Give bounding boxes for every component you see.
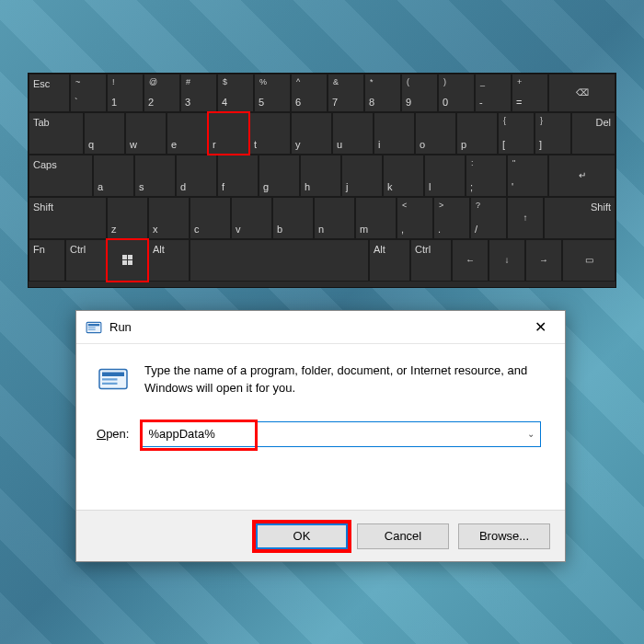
key-h[interactable]: h — [300, 155, 341, 197]
key-3[interactable]: #3 — [180, 74, 217, 112]
key-equals[interactable]: += — [512, 74, 548, 112]
key-left-shift[interactable]: Shift — [29, 197, 107, 239]
dialog-description: Type the name of a program, folder, docu… — [144, 362, 541, 397]
combo-dropdown-button[interactable]: ⌄ — [523, 422, 540, 446]
key-9[interactable]: (9 — [401, 74, 438, 112]
cancel-button-label: Cancel — [385, 529, 421, 543]
key-v[interactable]: v — [231, 197, 272, 239]
key-a[interactable]: a — [93, 155, 134, 197]
open-input[interactable] — [143, 427, 522, 441]
close-button[interactable]: ✕ — [519, 311, 561, 343]
key-arrow-left[interactable]: ← — [452, 239, 489, 282]
svg-rect-2 — [88, 327, 96, 328]
key-left-alt[interactable]: Alt — [148, 239, 190, 282]
windows-icon — [122, 255, 132, 265]
key-right-shift[interactable]: Shift — [544, 197, 615, 239]
open-combobox[interactable]: ⌄ — [142, 421, 541, 447]
svg-rect-5 — [102, 373, 124, 377]
key-menu[interactable]: ▭ — [562, 239, 615, 282]
chevron-down-icon: ⌄ — [527, 429, 535, 439]
svg-rect-7 — [102, 383, 118, 385]
key-g[interactable]: g — [259, 155, 300, 197]
key-right-alt[interactable]: Alt — [369, 239, 410, 282]
key-5[interactable]: %5 — [254, 74, 291, 112]
enter-icon: ↵ — [579, 170, 586, 180]
key-arrow-up[interactable]: ↑ — [507, 197, 544, 239]
on-screen-keyboard: Esc ~` !1 @2 #3 $4 %5 ^6 &7 *8 (9 )0 _- … — [28, 73, 616, 288]
arrow-up-icon: ↑ — [523, 213, 528, 223]
key-bracket-right[interactable]: }] — [535, 112, 571, 155]
key-u[interactable]: u — [332, 112, 374, 155]
key-x[interactable]: x — [148, 197, 190, 239]
run-dialog: Run ✕ Type the name of a program, folder… — [75, 310, 566, 562]
key-d[interactable]: d — [176, 155, 217, 197]
menu-icon: ▭ — [585, 255, 593, 265]
svg-rect-3 — [88, 328, 96, 329]
ok-button[interactable]: OK — [256, 523, 348, 549]
key-o[interactable]: o — [415, 112, 456, 155]
key-y[interactable]: y — [291, 112, 332, 155]
key-0[interactable]: )0 — [438, 74, 475, 112]
key-e[interactable]: e — [167, 112, 208, 155]
key-s[interactable]: s — [134, 155, 176, 197]
open-label: Open: — [97, 427, 129, 441]
key-slash[interactable]: ?/ — [470, 197, 507, 239]
key-c[interactable]: c — [190, 197, 231, 239]
key-4[interactable]: $4 — [217, 74, 254, 112]
key-spacebar[interactable] — [190, 239, 369, 282]
key-period[interactable]: >. — [433, 197, 470, 239]
key-m[interactable]: m — [355, 197, 397, 239]
window-title: Run — [109, 320, 519, 334]
arrow-left-icon: ← — [466, 255, 475, 265]
key-w[interactable]: w — [125, 112, 167, 155]
key-quote[interactable]: "' — [507, 155, 548, 197]
browse-button-label: Browse... — [479, 529, 529, 543]
key-b[interactable]: b — [272, 197, 314, 239]
key-arrow-right[interactable]: → — [525, 239, 562, 282]
dialog-body: Type the name of a program, folder, docu… — [76, 344, 565, 510]
run-large-icon — [97, 362, 130, 396]
key-capslock[interactable]: Caps — [29, 155, 93, 197]
key-right-ctrl[interactable]: Ctrl — [410, 239, 452, 282]
key-q[interactable]: q — [84, 112, 125, 155]
key-minus[interactable]: _- — [475, 74, 512, 112]
key-j[interactable]: j — [341, 155, 383, 197]
cancel-button[interactable]: Cancel — [357, 523, 449, 549]
titlebar[interactable]: Run ✕ — [76, 311, 565, 344]
key-p[interactable]: p — [456, 112, 498, 155]
backspace-icon: ⌫ — [576, 87, 589, 98]
key-f[interactable]: f — [217, 155, 259, 197]
key-esc[interactable]: Esc — [29, 74, 70, 112]
key-arrow-down[interactable]: ↓ — [489, 239, 525, 282]
key-t[interactable]: t — [249, 112, 291, 155]
key-2[interactable]: @2 — [144, 74, 180, 112]
key-7[interactable]: &7 — [328, 74, 364, 112]
key-comma[interactable]: <, — [397, 197, 433, 239]
key-left-ctrl[interactable]: Ctrl — [65, 239, 107, 282]
key-tab[interactable]: Tab — [29, 112, 84, 155]
key-i[interactable]: i — [374, 112, 415, 155]
svg-rect-6 — [102, 378, 118, 380]
key-semicolon[interactable]: :; — [466, 155, 507, 197]
key-bracket-left[interactable]: {[ — [498, 112, 535, 155]
key-backtick[interactable]: ~` — [70, 74, 107, 112]
key-z[interactable]: z — [107, 197, 148, 239]
key-del[interactable]: Del — [571, 112, 615, 155]
key-r[interactable]: r — [208, 112, 249, 155]
key-k[interactable]: k — [383, 155, 424, 197]
browse-button[interactable]: Browse... — [458, 523, 550, 549]
key-1[interactable]: !1 — [107, 74, 144, 112]
key-l[interactable]: l — [424, 155, 466, 197]
key-enter[interactable]: ↵ — [548, 155, 615, 197]
arrow-right-icon: → — [539, 255, 548, 265]
key-windows[interactable] — [107, 239, 148, 282]
key-6[interactable]: ^6 — [291, 74, 328, 112]
button-bar: OK Cancel Browse... — [76, 510, 565, 561]
key-n[interactable]: n — [314, 197, 355, 239]
ok-button-label: OK — [293, 529, 311, 543]
key-backspace[interactable]: ⌫ — [548, 74, 615, 112]
close-icon: ✕ — [535, 318, 546, 336]
run-app-icon — [86, 319, 102, 336]
key-fn[interactable]: Fn — [29, 239, 65, 282]
key-8[interactable]: *8 — [364, 74, 401, 112]
